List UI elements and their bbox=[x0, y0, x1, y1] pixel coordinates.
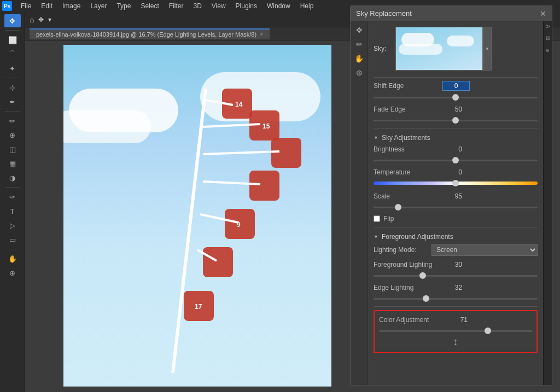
menu-image[interactable]: Image bbox=[58, 1, 85, 11]
color-adjustment-thumb[interactable] bbox=[485, 327, 491, 334]
panel-right-icon-2[interactable]: ⊞ bbox=[546, 35, 550, 41]
color-adjustment-section: Color Adjustment 71 ↕ bbox=[374, 310, 538, 353]
menu-type[interactable]: Type bbox=[112, 1, 135, 11]
menu-window[interactable]: Window bbox=[262, 1, 295, 11]
tool-separator-4 bbox=[5, 187, 20, 188]
panel-title: Sky Replacement bbox=[356, 9, 412, 17]
edge-lighting-slider[interactable] bbox=[374, 294, 538, 303]
menu-filter[interactable]: Filter bbox=[165, 1, 188, 11]
divider-2 bbox=[374, 128, 538, 128]
panel-right-icons: A ⊞ ≡ bbox=[543, 21, 552, 385]
shift-edge-input[interactable] bbox=[442, 81, 470, 91]
foreground-adjustments-label: Foreground Adjustments bbox=[382, 233, 453, 241]
edge-lighting-track bbox=[374, 298, 538, 300]
file-tab[interactable]: pexels-elina-volkova-18403914.jpg @ 16.7… bbox=[30, 28, 270, 39]
file-tab-close[interactable]: × bbox=[260, 31, 263, 37]
tool-select-rect[interactable]: ⬜ bbox=[4, 33, 21, 46]
tool-clone[interactable]: ⊕ bbox=[4, 128, 21, 142]
svg-text:14: 14 bbox=[235, 101, 243, 108]
fade-edge-thumb[interactable] bbox=[452, 117, 459, 124]
foreground-lighting-track bbox=[374, 275, 538, 277]
fade-edge-label: Fade Edge bbox=[374, 106, 439, 113]
menu-plugins[interactable]: Plugins bbox=[231, 1, 261, 11]
brightness-label: Brightness bbox=[374, 145, 439, 153]
tool-gradient[interactable]: ▦ bbox=[4, 157, 21, 170]
tool-move[interactable]: ✥ bbox=[4, 14, 21, 27]
tool-rectangle[interactable]: ▭ bbox=[4, 233, 21, 246]
tool-hand[interactable]: ✋ bbox=[4, 252, 21, 265]
panel-hand-icon[interactable]: ✋ bbox=[354, 54, 364, 63]
tool-text[interactable]: T bbox=[4, 204, 21, 218]
lighting-mode-select[interactable]: Screen Multiply Luminosity bbox=[431, 244, 538, 256]
shift-edge-slider[interactable] bbox=[374, 93, 538, 102]
tool-crop[interactable]: ⊹ bbox=[4, 81, 21, 94]
cursor-indicator: ↕ bbox=[379, 336, 532, 348]
menu-view[interactable]: View bbox=[207, 1, 230, 11]
color-adjustment-label: Color Adjustment bbox=[379, 316, 445, 324]
temperature-row: Temperature 0 bbox=[374, 168, 538, 177]
panel-icon-strip: ✥ ✏ ✋ ⊕ bbox=[351, 21, 368, 385]
tool-eraser[interactable]: ◫ bbox=[4, 143, 21, 156]
edge-lighting-thumb[interactable] bbox=[423, 295, 429, 302]
temperature-thumb[interactable] bbox=[452, 180, 459, 186]
tool-dodge[interactable]: ◑ bbox=[4, 171, 21, 184]
tool-lasso[interactable]: ⌒ bbox=[4, 48, 21, 61]
svg-rect-3 bbox=[271, 138, 301, 168]
divider-3 bbox=[374, 227, 538, 227]
foreground-adjustments-header[interactable]: ▼ Foreground Adjustments bbox=[374, 233, 538, 241]
menu-help[interactable]: Help bbox=[296, 1, 318, 11]
flip-checkbox[interactable] bbox=[374, 215, 380, 222]
svg-text:9: 9 bbox=[237, 221, 241, 229]
panel-close-button[interactable]: ✕ bbox=[540, 10, 546, 17]
panel-right-icon-3[interactable]: ≡ bbox=[546, 48, 550, 54]
scale-slider[interactable] bbox=[374, 203, 538, 212]
tool-path-select[interactable]: ▷ bbox=[4, 219, 21, 232]
fade-edge-slider[interactable] bbox=[374, 116, 538, 125]
tool-brush[interactable]: ✏ bbox=[4, 114, 21, 127]
sky-thumb-cloud-2 bbox=[399, 44, 442, 55]
tool-separator-2 bbox=[5, 78, 20, 78]
menu-edit[interactable]: Edit bbox=[37, 1, 57, 11]
menu-3d[interactable]: 3D bbox=[189, 1, 206, 11]
shift-edge-thumb[interactable] bbox=[452, 94, 459, 101]
foreground-lighting-slider[interactable] bbox=[374, 271, 538, 280]
tool-pen[interactable]: ✑ bbox=[4, 190, 21, 203]
color-adjustment-value: 71 bbox=[448, 315, 470, 324]
sky-thumbnail[interactable] bbox=[395, 27, 483, 71]
tool-zoom[interactable]: ⊕ bbox=[4, 266, 21, 279]
sky-thumbnail-container[interactable]: ▼ bbox=[395, 27, 492, 71]
file-tab-name: pexels-elina-volkova-18403914.jpg @ 16.7… bbox=[36, 31, 256, 38]
tool-eyedropper[interactable]: ✒ bbox=[4, 95, 21, 108]
temperature-value: 0 bbox=[442, 168, 464, 177]
home-icon[interactable]: ⌂ bbox=[30, 15, 34, 24]
scale-row: Scale 95 bbox=[374, 192, 538, 201]
tool-wand[interactable]: ✦ bbox=[4, 62, 21, 75]
scale-thumb[interactable] bbox=[395, 204, 401, 210]
panel-body: Sky: ▼ Shift Edge bbox=[368, 21, 543, 385]
sky-dropdown-arrow[interactable]: ▼ bbox=[483, 27, 492, 71]
fade-edge-row: Fade Edge 50 bbox=[374, 105, 538, 114]
edge-lighting-value: 32 bbox=[442, 283, 464, 292]
menu-file[interactable]: File bbox=[16, 1, 36, 11]
sky-adjustments-header[interactable]: ▼ Sky Adjustments bbox=[374, 134, 538, 142]
brightness-slider[interactable] bbox=[374, 156, 538, 165]
temperature-slider[interactable] bbox=[374, 179, 538, 188]
sky-label: Sky: bbox=[374, 45, 390, 52]
scale-value: 95 bbox=[442, 192, 464, 201]
foreground-lighting-thumb[interactable] bbox=[419, 272, 426, 279]
menu-select[interactable]: Select bbox=[136, 1, 163, 11]
sky-thumb-cloud-3 bbox=[447, 36, 474, 46]
panel-brush-icon[interactable]: ✏ bbox=[356, 40, 363, 49]
sky-selector-row: Sky: ▼ bbox=[374, 27, 538, 71]
panel-move-icon[interactable]: ✥ bbox=[356, 26, 363, 34]
shift-edge-row: Shift Edge bbox=[374, 81, 538, 91]
menu-layer[interactable]: Layer bbox=[86, 1, 111, 11]
toolbar: ✥ ⬜ ⌒ ✦ ⊹ ✒ ✏ ⊕ ◫ ▦ ◑ ✑ T ▷ ▭ ✋ ⊕ bbox=[0, 12, 25, 392]
sky-adjustments-arrow: ▼ bbox=[374, 135, 378, 141]
canvas-image: 14 15 9 17 bbox=[63, 45, 331, 387]
panel-right-icon-1[interactable]: A bbox=[545, 25, 551, 28]
temperature-label: Temperature bbox=[374, 168, 439, 176]
panel-zoom-icon[interactable]: ⊕ bbox=[356, 68, 363, 77]
brightness-thumb[interactable] bbox=[452, 157, 459, 163]
color-adjustment-slider[interactable] bbox=[379, 326, 532, 335]
